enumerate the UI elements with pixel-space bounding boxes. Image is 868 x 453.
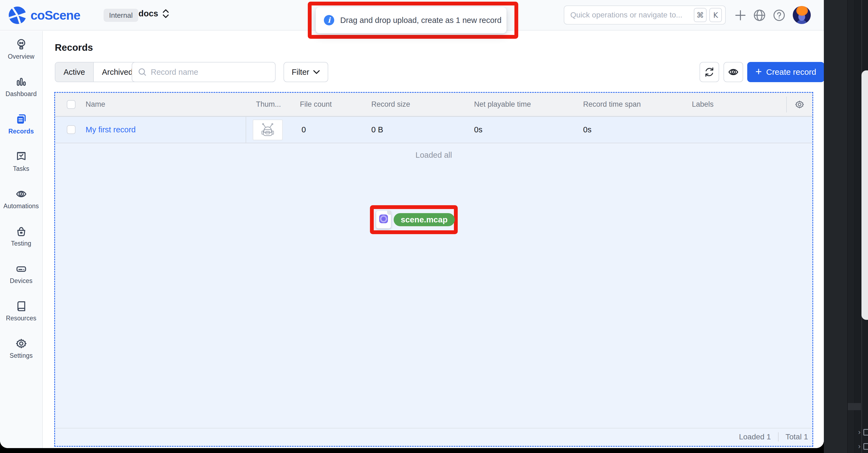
record-name-search[interactable] (132, 62, 276, 82)
coscene-logo-icon (8, 6, 27, 25)
plus-icon (734, 9, 747, 22)
column-net-playable-time[interactable]: Net playable time (474, 93, 531, 116)
upload-tooltip: i Drag and drop upload, create as 1 new … (316, 7, 506, 33)
table-row[interactable]: My first record (55, 117, 812, 143)
records-folder-icon (15, 113, 28, 125)
sidebar-item-label: Overview (8, 53, 34, 60)
sidebar-item-resources[interactable]: Resources (0, 300, 42, 337)
project-selector[interactable]: docs (138, 8, 169, 19)
upload-tooltip-text: Drag and drop upload, create as 1 new re… (340, 16, 502, 25)
records-toolbar: Active Archived Filter (55, 62, 813, 82)
brand-logo[interactable]: coScene (8, 6, 80, 25)
sidebar-item-testing[interactable]: Testing (0, 225, 42, 262)
record-size-value: 0 B (371, 117, 383, 143)
devices-drive-icon (15, 262, 28, 275)
tab-active[interactable]: Active (55, 62, 94, 82)
column-thumbnail[interactable]: Thum... (256, 93, 281, 116)
tasks-clipboard-icon (15, 150, 28, 163)
language-button[interactable] (752, 8, 767, 23)
sidebar-item-devices[interactable]: Devices (0, 262, 42, 300)
loaded-count: Loaded 1 (739, 432, 771, 441)
sidebar-item-automations[interactable]: Automations (0, 188, 42, 225)
sidebar-nav: Overview Dashboard Records (0, 31, 43, 448)
search-icon (138, 67, 147, 77)
help-button[interactable] (772, 8, 787, 23)
create-record-button[interactable]: + Create record (747, 62, 824, 82)
add-button[interactable] (733, 8, 748, 23)
light-overlay-panel (862, 70, 868, 320)
refresh-button[interactable] (700, 62, 719, 82)
record-name-input[interactable] (151, 68, 270, 77)
robot-icon (260, 122, 276, 137)
record-time-span-value: 0s (583, 117, 592, 143)
sidebar-item-label: Resources (6, 315, 36, 322)
org-badge: Internal (103, 9, 138, 22)
overview-balloon-icon (15, 38, 28, 51)
sidebar-item-label: Records (8, 128, 34, 135)
tree-item[interactable]: › (858, 428, 868, 436)
tree-item-icon (863, 429, 868, 435)
project-name: docs (138, 9, 158, 19)
footer-divider (55, 428, 812, 428)
background-dark-panel: › › (824, 0, 868, 453)
mcap-file-icon (376, 211, 391, 228)
status-tabs: Active Archived (55, 62, 142, 82)
info-icon: i (324, 15, 334, 25)
column-record-time-span[interactable]: Record time span (583, 93, 641, 116)
select-chevrons-icon (162, 8, 169, 19)
record-thumbnail[interactable] (253, 119, 283, 140)
sidebar-item-overview[interactable]: Overview (0, 38, 42, 76)
records-table-dropzone[interactable]: Name Thum... File count Record size Net … (54, 92, 813, 447)
dragged-file-chip[interactable]: scene.mcap (376, 210, 452, 229)
sidebar-item-label: Dashboard (5, 90, 36, 98)
select-all-checkbox[interactable] (67, 100, 75, 109)
automations-eye-icon (15, 188, 28, 200)
chevron-down-icon (313, 70, 320, 74)
smart-view-button[interactable] (723, 62, 743, 82)
automation-eye-icon (727, 66, 739, 78)
user-avatar[interactable] (793, 6, 811, 24)
globe-icon (753, 9, 766, 22)
table-footer: Loaded 1 Total 1 (739, 432, 808, 442)
main-content: Records Active Archived Filter (43, 31, 824, 448)
brand-name: coScene (31, 8, 80, 23)
dragged-filename: scene.mcap (394, 213, 455, 226)
column-file-count[interactable]: File count (300, 93, 332, 116)
sidebar-item-label: Devices (10, 277, 32, 285)
sidebar-item-dashboard[interactable]: Dashboard (0, 76, 42, 113)
footer-separator (778, 432, 779, 442)
page-title: Records (55, 42, 93, 53)
sidebar-item-tasks[interactable]: Tasks (0, 150, 42, 188)
quick-search-input[interactable] (570, 11, 691, 19)
sidebar-item-records[interactable]: Records (0, 113, 42, 150)
filter-label: Filter (292, 68, 309, 77)
column-settings-button[interactable] (795, 99, 805, 111)
mcap-logo-badge (379, 215, 388, 223)
tree-item-icon (863, 443, 868, 450)
help-icon (773, 9, 786, 22)
testing-basket-icon (15, 225, 28, 238)
file-count-value: 0 (302, 117, 306, 143)
quick-search[interactable]: ⌘ K (564, 5, 726, 25)
column-labels[interactable]: Labels (692, 93, 714, 116)
record-name-link[interactable]: My first record (86, 117, 136, 143)
refresh-icon (704, 66, 715, 78)
chevron-right-icon: › (858, 428, 861, 436)
column-name[interactable]: Name (86, 93, 105, 116)
sidebar-item-label: Testing (11, 240, 31, 247)
column-record-size[interactable]: Record size (371, 93, 410, 116)
table-header: Name Thum... File count Record size Net … (55, 93, 812, 117)
tree-item[interactable]: › (858, 442, 868, 451)
total-count: Total 1 (786, 432, 808, 441)
dashboard-barchart-icon (15, 76, 28, 88)
column-divider (246, 117, 246, 143)
filter-button[interactable]: Filter (283, 62, 328, 82)
sidebar-item-label: Settings (9, 352, 33, 360)
settings-gear-icon (15, 337, 28, 350)
sidebar-item-settings[interactable]: Settings (0, 337, 42, 375)
chevron-right-icon: › (858, 442, 861, 451)
row-checkbox[interactable] (67, 125, 75, 134)
dark-panel-column (847, 0, 855, 453)
gear-icon (795, 99, 805, 110)
scrollbar-thumb[interactable] (848, 403, 861, 410)
